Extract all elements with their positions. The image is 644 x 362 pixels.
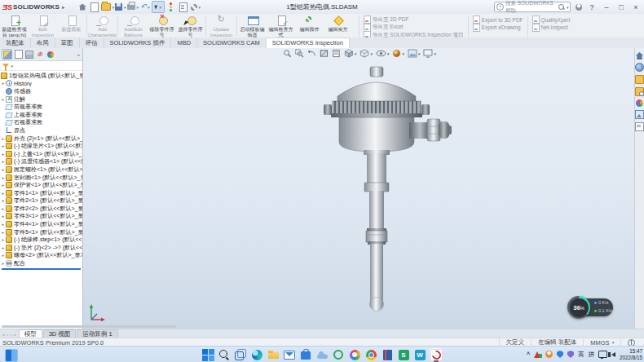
view-orientation-button[interactable]: ▾ [343, 49, 356, 58]
gland-hex-nut[interactable] [427, 119, 440, 141]
scroll-left-icon[interactable]: ‹ [7, 332, 8, 337]
tree-item-component[interactable]: ▸固定螺栓<1> (默认<<默认>_显示 [0, 166, 82, 174]
file-explorer-icon[interactable] [635, 87, 644, 96]
thermocouple-3d-model[interactable] [285, 64, 481, 324]
tree-item-right-plane[interactable]: 右视基准面 [0, 119, 82, 127]
rebuild-button[interactable] [165, 2, 177, 12]
help-search-box[interactable]: ? 搜索 SOLIDWORKS 帮助 ▾ [494, 2, 571, 12]
qualityxpert-item[interactable]: QualityXpert [532, 16, 571, 23]
user-tray-icon[interactable] [545, 351, 553, 358]
dimxpertmanager-tab[interactable]: ⊕ [35, 50, 44, 59]
options-button[interactable]: ▾ [190, 2, 201, 12]
chevron-down-icon[interactable]: ▾ [566, 5, 568, 10]
ribbon-button-new-inspection-project[interactable]: 新建检查项目 (amp;N) [0, 14, 29, 38]
ribbon-button-update-inspection-project[interactable]: Update Inspection Project [207, 14, 236, 38]
tree-item-top-plane[interactable]: 上视基准面 [0, 111, 82, 119]
ribbon-button-add-edit-balloons[interactable]: Add/Edit Balloons [119, 14, 148, 38]
tab-layout[interactable]: 布局 [31, 38, 55, 48]
tree-item-component[interactable]: ▸螺母<2> (默认<<默认>_显示状态 [0, 252, 82, 260]
tree-root-assembly[interactable]: 1型铠装热电偶 (默认<默认_显示状态-1 [0, 72, 82, 80]
microsoft-store-icon[interactable] [299, 348, 312, 361]
ime-pinyin-indicator[interactable]: 拼 [588, 351, 594, 359]
tree-item-component[interactable]: ▸密封圈<1> (默认<<默认>_显示状 [0, 174, 82, 182]
right-bolt[interactable] [421, 104, 430, 115]
tray-expand-chevron[interactable]: ^ [527, 351, 530, 357]
annotation-views-button[interactable] [331, 49, 340, 58]
solidworks-resources-icon[interactable] [635, 63, 644, 72]
tree-item-front-plane[interactable]: 前视基准面 [0, 103, 82, 111]
previous-view-button[interactable] [307, 49, 315, 58]
chevron-down-icon[interactable]: ▾ [11, 64, 13, 68]
tree-item-history[interactable]: ▸History [0, 80, 82, 88]
tree-item-component[interactable]: ▸外壳 (2)<1> (默认<<默认>_显示状 [0, 135, 82, 143]
ribbon-button-select-balloons[interactable]: 选择零件序号 [176, 14, 205, 38]
network-monitor-icon[interactable] [598, 351, 607, 358]
tree-item-origin[interactable]: 原点 [0, 126, 82, 135]
tree-item-component[interactable]: ▸(-) 垫片 (2)<2> ->? (默认<<默认> [0, 244, 82, 252]
task-view-icon[interactable] [234, 348, 247, 361]
user-account-icon[interactable] [576, 4, 582, 11]
tree-item-mates[interactable]: ▸配合 [0, 259, 82, 267]
upper-protection-tube[interactable] [369, 191, 384, 230]
security-purple-tray-icon[interactable] [567, 351, 574, 358]
propertymanager-tab[interactable] [14, 50, 23, 59]
apply-scene-button[interactable]: ▾ [408, 49, 421, 58]
scroll-last-icon[interactable]: » [13, 332, 15, 337]
cap-lip[interactable] [331, 113, 422, 117]
solidworks-taskbar-icon[interactable] [430, 348, 443, 361]
graphics-viewport[interactable]: ▾ ▾ ▾ ▾ ▾ ▾ [83, 48, 635, 329]
gland-tip[interactable] [448, 126, 452, 135]
union-fitting[interactable] [366, 231, 387, 242]
tree-item-component[interactable]: ▸(-) 绝缘垫片<1> (默认<<默认>_显 [0, 142, 82, 150]
collar[interactable] [364, 183, 389, 192]
start-button[interactable] [201, 348, 214, 361]
select-tool-button[interactable]: ▾ [152, 1, 165, 13]
view-palette-icon[interactable] [635, 110, 644, 119]
design-library-icon[interactable] [635, 75, 644, 84]
ribbon-button-edit-attributes[interactable]: 编辑实方 [324, 14, 352, 38]
file-properties-button[interactable] [178, 2, 189, 12]
tree-item-annotations[interactable]: ▸注解 [0, 95, 82, 104]
scroll-first-icon[interactable]: « [2, 332, 5, 337]
edit-appearance-button[interactable]: ▾ [392, 49, 404, 58]
tab-addins[interactable]: SOLIDWORKS 插件 [104, 38, 172, 48]
ribbon-button-remove-balloons[interactable]: 移除零件序号 [148, 14, 176, 38]
undo-button[interactable]: ↶▾ [139, 2, 151, 12]
ribbon-button-edit-operations[interactable]: 编辑操作 [295, 14, 324, 38]
volume-icon[interactable] [611, 352, 615, 357]
lower-protection-tube[interactable] [370, 244, 383, 301]
open-button[interactable]: ▾ [101, 2, 114, 12]
ribbon-button-edit-inspection-methods[interactable]: 编辑检查方式 [267, 14, 295, 38]
mail-icon[interactable] [283, 348, 296, 361]
featuremanager-tab[interactable] [2, 49, 12, 60]
onedrive-icon[interactable] [315, 348, 329, 361]
tab-solidworks-inspection[interactable]: SOLIDWORKS Inspection [267, 38, 350, 48]
save-button[interactable]: ▾ [115, 2, 126, 12]
ime-language-indicator[interactable]: 英 [578, 351, 584, 359]
help-menu-button[interactable]: ? [587, 3, 597, 11]
probe-tip[interactable] [370, 298, 384, 311]
s-green-app-icon[interactable] [397, 348, 410, 361]
tree-item-component[interactable]: ▸零件4<1> (默认<<默认>_显示状 [0, 220, 82, 228]
green-ring-app-icon[interactable] [332, 348, 345, 361]
export-3d-pdf-item[interactable]: Export to 3D PDF [473, 16, 523, 23]
print-button[interactable]: ▾ [127, 2, 139, 12]
panel-overflow-chevrons[interactable]: » [77, 52, 81, 57]
filter-funnel-icon[interactable] [2, 64, 9, 68]
neck-tube[interactable] [367, 153, 386, 184]
view-settings-button[interactable]: ▾ [423, 49, 436, 58]
export-2d-pdf-item[interactable]: 导出至 2D PDF [364, 16, 464, 23]
left-bolt[interactable] [324, 104, 332, 115]
knurled-ring[interactable] [333, 101, 421, 114]
export-excel-item[interactable]: 导出至 Excel [364, 24, 464, 31]
tree-item-component[interactable]: ▸(-) 上盖<1> (默认<<默认>_显示状 [0, 150, 82, 158]
edge-browser-icon[interactable] [250, 348, 263, 361]
gpu-tray-icon[interactable] [534, 351, 541, 358]
custom-properties-icon[interactable] [635, 122, 644, 131]
tab-sketch[interactable]: 草图 [55, 38, 80, 48]
clock[interactable]: 15:47 2022/8/15 [620, 348, 642, 360]
tree-item-component[interactable]: ▸(-) 绝缘棒.step<1> (默认<<默认>_ [0, 236, 82, 244]
appearances-scenes-icon[interactable] [636, 99, 643, 107]
wps-app-icon[interactable] [413, 348, 426, 361]
tree-item-component[interactable]: ▸(-) 温度传感器<1> (默认<<默认>_ [0, 158, 82, 166]
